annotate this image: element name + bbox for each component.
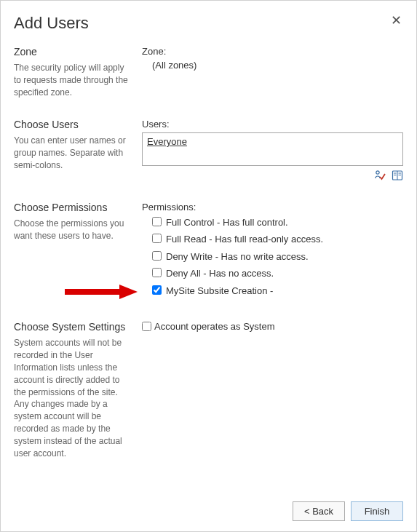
permissions-desc: Choose the permissions you want these us… <box>14 218 129 242</box>
browse-icon[interactable] <box>392 170 403 181</box>
zone-field-label: Zone: <box>142 46 403 57</box>
perm-item: Full Control - Has full control. <box>152 215 403 230</box>
perm-item: Full Read - Has full read-only access. <box>152 232 403 247</box>
perm-label: MySite Subsite Creation - <box>166 284 273 298</box>
user-entry: Everyone <box>147 136 187 147</box>
system-desc: System accounts will not be recorded in … <box>14 337 129 459</box>
users-title: Choose Users <box>14 119 129 130</box>
svg-point-0 <box>376 171 379 174</box>
users-input[interactable]: Everyone <box>142 132 403 166</box>
zone-title: Zone <box>14 46 129 57</box>
close-button[interactable]: ✕ <box>389 14 403 27</box>
permissions-title: Choose Permissions <box>14 202 129 213</box>
zone-desc: The security policy will apply to reques… <box>14 62 129 98</box>
perm-item: MySite Subsite Creation - <box>152 284 403 298</box>
perm-checkbox-full-read[interactable] <box>152 234 162 243</box>
system-checkbox[interactable] <box>142 322 151 331</box>
perm-label: Deny All - Has no access. <box>166 266 274 281</box>
perm-item: Deny Write - Has no write access. <box>152 250 403 264</box>
system-title: Choose System Settings <box>14 321 129 333</box>
section-zone: Zone The security policy will apply to r… <box>14 46 403 98</box>
section-users: Choose Users You can enter user names or… <box>14 119 403 181</box>
permissions-field-label: Permissions: <box>142 202 403 213</box>
dialog-title: Add Users <box>14 14 89 33</box>
finish-button[interactable]: Finish <box>351 501 403 521</box>
perm-checkbox-full-control[interactable] <box>152 217 162 226</box>
perm-item: Deny All - Has no access. <box>152 266 403 281</box>
users-desc: You can enter user names or group names.… <box>14 135 129 171</box>
users-field-label: Users: <box>142 119 403 130</box>
check-names-icon[interactable] <box>374 170 386 181</box>
back-button[interactable]: < Back <box>293 501 345 521</box>
perm-checkbox-deny-all[interactable] <box>152 268 162 277</box>
perm-label: Full Control - Has full control. <box>166 215 288 230</box>
perm-checkbox-mysite[interactable] <box>152 285 162 295</box>
permissions-list: Full Control - Has full control. Full Re… <box>142 215 403 298</box>
section-permissions: Choose Permissions Choose the permission… <box>14 202 403 301</box>
perm-label: Deny Write - Has no write access. <box>166 250 309 264</box>
zone-field-value: (All zones) <box>142 60 403 71</box>
section-system: Choose System Settings System accounts w… <box>14 321 403 459</box>
perm-checkbox-deny-write[interactable] <box>152 251 162 261</box>
perm-label: Full Read - Has full read-only access. <box>166 232 323 247</box>
system-checkbox-label: Account operates as System <box>154 321 274 332</box>
